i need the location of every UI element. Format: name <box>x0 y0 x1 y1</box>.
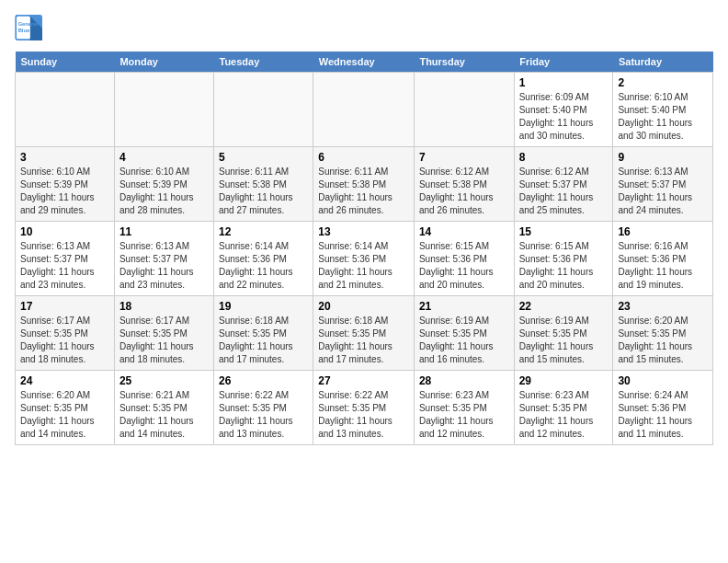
calendar-cell: 21Sunrise: 6:19 AM Sunset: 5:35 PM Dayli… <box>414 296 514 371</box>
day-info: Sunrise: 6:15 AM Sunset: 5:36 PM Dayligh… <box>419 240 509 292</box>
day-info: Sunrise: 6:18 AM Sunset: 5:35 PM Dayligh… <box>219 315 308 366</box>
day-number: 13 <box>318 225 409 238</box>
day-info: Sunrise: 6:11 AM Sunset: 5:38 PM Dayligh… <box>219 166 308 217</box>
calendar-cell: 22Sunrise: 6:19 AM Sunset: 5:35 PM Dayli… <box>514 296 613 371</box>
day-number: 17 <box>20 300 109 313</box>
calendar-cell: 12Sunrise: 6:14 AM Sunset: 5:36 PM Dayli… <box>214 222 313 296</box>
day-number: 11 <box>119 225 209 238</box>
page-header: General Blue <box>15 15 713 40</box>
day-info: Sunrise: 6:17 AM Sunset: 5:35 PM Dayligh… <box>20 315 109 366</box>
svg-text:General: General <box>18 21 39 27</box>
calendar-cell <box>16 73 115 147</box>
calendar-cell: 2Sunrise: 6:10 AM Sunset: 5:40 PM Daylig… <box>613 73 713 147</box>
day-info: Sunrise: 6:14 AM Sunset: 5:36 PM Dayligh… <box>219 240 308 292</box>
day-number: 10 <box>20 225 109 238</box>
logo: General Blue <box>15 15 44 40</box>
calendar-cell: 25Sunrise: 6:21 AM Sunset: 5:35 PM Dayli… <box>114 371 213 445</box>
day-number: 9 <box>618 151 708 164</box>
day-info: Sunrise: 6:15 AM Sunset: 5:36 PM Dayligh… <box>519 240 609 292</box>
day-info: Sunrise: 6:18 AM Sunset: 5:35 PM Dayligh… <box>318 315 409 366</box>
day-number: 24 <box>20 374 109 387</box>
day-number: 14 <box>419 225 509 238</box>
header-tuesday: Tuesday <box>214 52 313 73</box>
day-number: 3 <box>20 151 109 164</box>
calendar-cell <box>214 73 313 147</box>
day-number: 8 <box>519 151 609 164</box>
day-info: Sunrise: 6:19 AM Sunset: 5:35 PM Dayligh… <box>519 315 609 366</box>
day-info: Sunrise: 6:22 AM Sunset: 5:35 PM Dayligh… <box>318 389 409 441</box>
calendar-cell: 19Sunrise: 6:18 AM Sunset: 5:35 PM Dayli… <box>214 296 313 371</box>
calendar-cell <box>114 73 213 147</box>
calendar-cell: 18Sunrise: 6:17 AM Sunset: 5:35 PM Dayli… <box>114 296 213 371</box>
header-friday: Friday <box>514 52 613 73</box>
calendar-cell: 24Sunrise: 6:20 AM Sunset: 5:35 PM Dayli… <box>16 371 115 445</box>
day-number: 16 <box>618 225 708 238</box>
day-info: Sunrise: 6:20 AM Sunset: 5:35 PM Dayligh… <box>20 389 109 441</box>
day-number: 15 <box>519 225 609 238</box>
calendar-week-row: 10Sunrise: 6:13 AM Sunset: 5:37 PM Dayli… <box>16 222 713 296</box>
calendar-cell: 6Sunrise: 6:11 AM Sunset: 5:38 PM Daylig… <box>313 147 415 222</box>
day-info: Sunrise: 6:14 AM Sunset: 5:36 PM Dayligh… <box>318 240 409 292</box>
calendar-week-row: 24Sunrise: 6:20 AM Sunset: 5:35 PM Dayli… <box>16 371 713 445</box>
day-info: Sunrise: 6:19 AM Sunset: 5:35 PM Dayligh… <box>419 315 509 366</box>
calendar-cell: 1Sunrise: 6:09 AM Sunset: 5:40 PM Daylig… <box>514 73 613 147</box>
day-info: Sunrise: 6:24 AM Sunset: 5:36 PM Dayligh… <box>618 389 708 441</box>
day-number: 27 <box>318 374 409 387</box>
day-number: 30 <box>618 374 708 387</box>
day-number: 20 <box>318 300 409 313</box>
calendar-cell: 30Sunrise: 6:24 AM Sunset: 5:36 PM Dayli… <box>613 371 713 445</box>
day-info: Sunrise: 6:10 AM Sunset: 5:39 PM Dayligh… <box>119 166 209 217</box>
day-number: 4 <box>119 151 209 164</box>
day-info: Sunrise: 6:21 AM Sunset: 5:35 PM Dayligh… <box>119 389 209 441</box>
day-number: 5 <box>219 151 308 164</box>
calendar-cell: 20Sunrise: 6:18 AM Sunset: 5:35 PM Dayli… <box>313 296 415 371</box>
calendar-week-row: 17Sunrise: 6:17 AM Sunset: 5:35 PM Dayli… <box>16 296 713 371</box>
day-number: 23 <box>618 300 708 313</box>
calendar-cell: 3Sunrise: 6:10 AM Sunset: 5:39 PM Daylig… <box>16 147 115 222</box>
header-saturday: Saturday <box>613 52 713 73</box>
calendar-cell: 5Sunrise: 6:11 AM Sunset: 5:38 PM Daylig… <box>214 147 313 222</box>
header-monday: Monday <box>114 52 213 73</box>
calendar-cell: 16Sunrise: 6:16 AM Sunset: 5:36 PM Dayli… <box>613 222 713 296</box>
day-info: Sunrise: 6:13 AM Sunset: 5:37 PM Dayligh… <box>20 240 109 292</box>
header-wednesday: Wednesday <box>313 52 415 73</box>
calendar-header-row: SundayMondayTuesdayWednesdayThursdayFrid… <box>16 52 713 73</box>
calendar-cell <box>414 73 514 147</box>
day-number: 6 <box>318 151 409 164</box>
day-number: 22 <box>519 300 609 313</box>
calendar-cell: 23Sunrise: 6:20 AM Sunset: 5:35 PM Dayli… <box>613 296 713 371</box>
calendar-cell: 26Sunrise: 6:22 AM Sunset: 5:35 PM Dayli… <box>214 371 313 445</box>
calendar-week-row: 3Sunrise: 6:10 AM Sunset: 5:39 PM Daylig… <box>16 147 713 222</box>
day-info: Sunrise: 6:12 AM Sunset: 5:37 PM Dayligh… <box>519 166 609 217</box>
calendar-cell: 7Sunrise: 6:12 AM Sunset: 5:38 PM Daylig… <box>414 147 514 222</box>
day-number: 18 <box>119 300 209 313</box>
day-info: Sunrise: 6:10 AM Sunset: 5:39 PM Dayligh… <box>20 166 109 217</box>
day-info: Sunrise: 6:16 AM Sunset: 5:36 PM Dayligh… <box>618 240 708 292</box>
svg-text:Blue: Blue <box>18 28 29 33</box>
day-info: Sunrise: 6:12 AM Sunset: 5:38 PM Dayligh… <box>419 166 509 217</box>
calendar-cell: 8Sunrise: 6:12 AM Sunset: 5:37 PM Daylig… <box>514 147 613 222</box>
calendar-cell: 15Sunrise: 6:15 AM Sunset: 5:36 PM Dayli… <box>514 222 613 296</box>
calendar-cell: 10Sunrise: 6:13 AM Sunset: 5:37 PM Dayli… <box>16 222 115 296</box>
calendar-cell: 17Sunrise: 6:17 AM Sunset: 5:35 PM Dayli… <box>16 296 115 371</box>
logo-icon: General Blue <box>15 15 44 40</box>
day-number: 25 <box>119 374 209 387</box>
day-info: Sunrise: 6:23 AM Sunset: 5:35 PM Dayligh… <box>519 389 609 441</box>
calendar-cell: 14Sunrise: 6:15 AM Sunset: 5:36 PM Dayli… <box>414 222 514 296</box>
calendar-cell: 29Sunrise: 6:23 AM Sunset: 5:35 PM Dayli… <box>514 371 613 445</box>
day-info: Sunrise: 6:09 AM Sunset: 5:40 PM Dayligh… <box>519 91 609 143</box>
header-thursday: Thursday <box>414 52 514 73</box>
day-number: 7 <box>419 151 509 164</box>
calendar-cell: 13Sunrise: 6:14 AM Sunset: 5:36 PM Dayli… <box>313 222 415 296</box>
day-number: 29 <box>519 374 609 387</box>
day-number: 28 <box>419 374 509 387</box>
day-info: Sunrise: 6:23 AM Sunset: 5:35 PM Dayligh… <box>419 389 509 441</box>
day-info: Sunrise: 6:13 AM Sunset: 5:37 PM Dayligh… <box>618 166 708 217</box>
day-number: 2 <box>618 76 708 89</box>
calendar-cell: 11Sunrise: 6:13 AM Sunset: 5:37 PM Dayli… <box>114 222 213 296</box>
day-info: Sunrise: 6:11 AM Sunset: 5:38 PM Dayligh… <box>318 166 409 217</box>
day-info: Sunrise: 6:13 AM Sunset: 5:37 PM Dayligh… <box>119 240 209 292</box>
calendar-cell: 28Sunrise: 6:23 AM Sunset: 5:35 PM Dayli… <box>414 371 514 445</box>
day-info: Sunrise: 6:17 AM Sunset: 5:35 PM Dayligh… <box>119 315 209 366</box>
day-info: Sunrise: 6:22 AM Sunset: 5:35 PM Dayligh… <box>219 389 308 441</box>
